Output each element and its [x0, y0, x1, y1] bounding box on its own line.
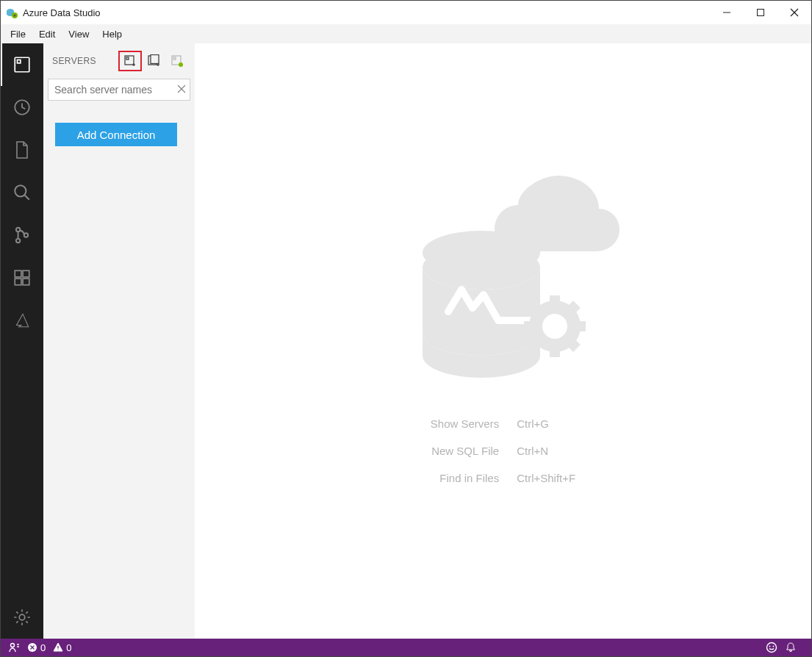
server-search-box [48, 79, 190, 101]
svg-point-35 [536, 307, 574, 345]
activity-servers-icon[interactable] [1, 43, 43, 86]
svg-point-12 [16, 228, 20, 231]
show-active-connections-icon[interactable] [165, 51, 189, 71]
panel-title: SERVERS [52, 56, 96, 66]
editor-welcome: Show Servers Ctrl+G New SQL File Ctrl+N … [195, 43, 811, 639]
new-server-group-icon[interactable] [142, 51, 165, 71]
activity-settings-icon[interactable] [1, 596, 43, 639]
svg-point-34 [423, 245, 540, 290]
shortcut-find-files-key: Ctrl+Shift+F [517, 472, 575, 484]
activity-azure-icon[interactable] [1, 299, 43, 342]
svg-rect-21 [126, 57, 129, 60]
shortcut-find-files-label: Find in Files [431, 472, 499, 484]
activity-bar [1, 43, 43, 639]
title-bar: Azure Data Studio [1, 1, 811, 24]
activity-search-icon[interactable] [1, 171, 43, 214]
svg-line-41 [571, 342, 577, 348]
svg-point-51 [57, 649, 59, 650]
svg-point-13 [16, 239, 20, 243]
status-bar: 0 0 [1, 639, 811, 656]
add-connection-button[interactable]: Add Connection [55, 123, 177, 146]
menu-help[interactable]: Help [96, 26, 129, 42]
menu-edit[interactable]: Edit [32, 26, 62, 42]
status-feedback-icon[interactable] [766, 642, 777, 653]
svg-line-11 [24, 195, 29, 200]
welcome-shortcuts: Show Servers Ctrl+G New SQL File Ctrl+N … [431, 417, 575, 484]
svg-rect-8 [18, 60, 21, 63]
menu-view[interactable]: View [62, 26, 96, 42]
svg-point-2 [14, 15, 16, 17]
svg-rect-29 [173, 57, 176, 60]
svg-rect-25 [151, 55, 159, 64]
svg-point-30 [179, 62, 183, 67]
shortcut-new-sql-key: Ctrl+N [517, 445, 575, 457]
svg-point-10 [15, 185, 26, 196]
svg-rect-18 [23, 279, 29, 285]
shortcut-show-servers-label: Show Servers [431, 417, 499, 430]
window-title: Azure Data Studio [23, 7, 101, 18]
svg-point-53 [769, 646, 771, 647]
svg-line-40 [533, 304, 539, 310]
server-search-input[interactable] [48, 79, 190, 101]
svg-point-19 [19, 614, 25, 620]
clear-search-icon[interactable] [177, 84, 186, 96]
new-connection-icon[interactable] [118, 51, 142, 71]
svg-rect-17 [15, 279, 21, 285]
status-warnings[interactable]: 0 [53, 642, 71, 653]
svg-line-43 [533, 342, 539, 348]
status-remote-icon[interactable] [8, 642, 20, 653]
activity-explorer-icon[interactable] [1, 129, 43, 171]
status-errors-count: 0 [40, 642, 46, 653]
close-button[interactable] [777, 1, 811, 24]
svg-rect-16 [23, 270, 29, 277]
menu-file[interactable]: File [4, 26, 32, 42]
welcome-artwork [378, 139, 628, 391]
activity-task-history-icon[interactable] [1, 86, 43, 129]
svg-point-52 [767, 643, 777, 653]
svg-point-44 [11, 644, 15, 647]
minimize-button[interactable] [710, 1, 744, 24]
svg-rect-4 [758, 10, 764, 16]
app-icon [5, 6, 18, 19]
shortcut-new-sql-label: New SQL File [431, 445, 499, 457]
status-notifications-icon[interactable] [785, 642, 797, 653]
maximize-button[interactable] [744, 1, 777, 24]
activity-extensions-icon[interactable] [1, 256, 43, 299]
svg-point-54 [773, 646, 775, 647]
svg-line-42 [571, 304, 577, 310]
menu-bar: File Edit View Help [1, 24, 811, 43]
activity-source-control-icon[interactable] [1, 214, 43, 256]
svg-rect-15 [15, 270, 21, 277]
shortcut-show-servers-key: Ctrl+G [517, 417, 575, 430]
servers-panel: SERVERS Add Connection [43, 43, 195, 639]
status-warnings-count: 0 [66, 642, 71, 653]
status-errors[interactable]: 0 [27, 642, 46, 653]
